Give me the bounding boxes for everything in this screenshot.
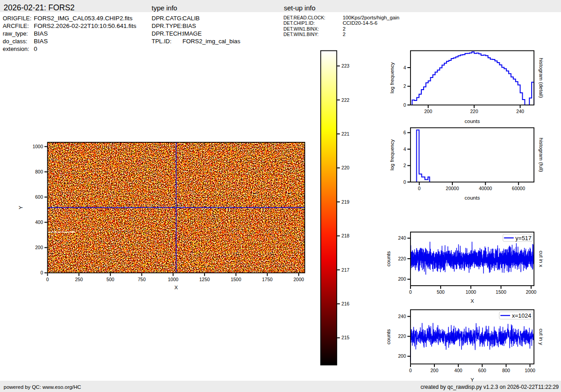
svg-text:extension:: extension:: [3, 46, 29, 52]
svg-text:600: 600: [478, 368, 486, 373]
svg-text:200: 200: [398, 276, 406, 282]
svg-text:powered by QC: www.eso.org/HC: powered by QC: www.eso.org/HC: [4, 384, 81, 390]
svg-text:220: 220: [398, 256, 406, 261]
svg-text:0: 0: [41, 270, 43, 275]
svg-text:CALIB: CALIB: [182, 15, 200, 22]
svg-text:cut in y: cut in y: [538, 328, 544, 345]
svg-text:220: 220: [342, 165, 350, 170]
svg-text:FORS2.2026-02-22T10:10:50.641.: FORS2.2026-02-22T10:10:50.641.fits: [34, 23, 137, 29]
svg-text:DPR.CATG:: DPR.CATG:: [152, 15, 183, 22]
svg-text:2: 2: [342, 32, 345, 37]
svg-text:cut in x: cut in x: [538, 251, 544, 267]
svg-text:BIAS: BIAS: [34, 38, 48, 45]
svg-text:218: 218: [342, 233, 350, 238]
svg-text:DET.WIN1.BINY:: DET.WIN1.BINY:: [283, 32, 319, 37]
svg-text:6: 6: [403, 130, 406, 135]
svg-text:2000: 2000: [293, 277, 304, 282]
svg-text:counts: counts: [465, 195, 480, 201]
svg-text:log frequency: log frequency: [389, 62, 395, 93]
svg-text:200: 200: [424, 109, 433, 114]
svg-text:100Kps/2ports/high_gain: 100Kps/2ports/high_gain: [342, 15, 399, 20]
svg-text:2: 2: [342, 26, 345, 32]
svg-text:created by qc_rawdisp.py v1.2.: created by qc_rawdisp.py v1.2.3 on 2026-…: [420, 384, 559, 390]
svg-text:200: 200: [398, 353, 406, 359]
svg-text:800: 800: [502, 368, 510, 373]
svg-text:60000: 60000: [512, 186, 525, 191]
svg-text:215: 215: [342, 335, 350, 340]
svg-text:4: 4: [403, 65, 406, 70]
svg-text:223: 223: [342, 63, 350, 68]
svg-text:1250: 1250: [199, 277, 210, 282]
svg-text:220: 220: [398, 333, 406, 339]
svg-text:FORS2_img_cal_bias: FORS2_img_cal_bias: [182, 38, 241, 45]
svg-text:600: 600: [35, 194, 43, 200]
svg-text:2000: 2000: [526, 289, 537, 295]
svg-text:0: 0: [403, 102, 406, 108]
svg-text:0: 0: [409, 289, 412, 295]
svg-text:1750: 1750: [262, 277, 273, 282]
svg-text:DET.CHIP1.ID:: DET.CHIP1.ID:: [283, 21, 315, 26]
svg-text:X: X: [470, 298, 474, 304]
svg-text:DET.WIN1.BINX:: DET.WIN1.BINX:: [283, 27, 319, 32]
svg-text:0: 0: [418, 186, 421, 191]
svg-text:0: 0: [46, 277, 49, 282]
svg-text:216: 216: [342, 301, 350, 306]
svg-text:Y: Y: [18, 205, 23, 209]
svg-text:240: 240: [516, 109, 525, 114]
svg-text:2026-02-21: FORS2: 2026-02-21: FORS2: [4, 3, 75, 12]
svg-text:222: 222: [342, 97, 350, 103]
svg-text:200: 200: [430, 368, 438, 373]
svg-text:500: 500: [106, 277, 114, 282]
svg-text:400: 400: [454, 368, 462, 373]
svg-text:log frequency: log frequency: [389, 139, 395, 170]
svg-text:2: 2: [403, 163, 406, 168]
svg-text:type info: type info: [152, 4, 178, 12]
svg-text:1500: 1500: [496, 289, 506, 295]
svg-text:0: 0: [34, 46, 37, 52]
svg-text:219: 219: [342, 199, 350, 205]
svg-text:250: 250: [75, 277, 83, 282]
svg-text:y=517: y=517: [515, 235, 532, 242]
svg-text:TPL.ID:: TPL.ID:: [152, 38, 172, 45]
svg-text:1000: 1000: [465, 289, 476, 295]
svg-text:histogram (full): histogram (full): [538, 138, 544, 172]
svg-text:histogram (detail): histogram (detail): [538, 58, 544, 98]
svg-text:1500: 1500: [231, 277, 242, 282]
svg-text:ORIGFILE:: ORIGFILE:: [3, 15, 32, 22]
svg-text:x=1024: x=1024: [512, 312, 531, 319]
svg-text:CCID20-14-5-6: CCID20-14-5-6: [342, 20, 377, 26]
svg-text:40000: 40000: [479, 186, 492, 191]
svg-text:221: 221: [342, 131, 350, 137]
svg-text:220: 220: [470, 109, 479, 114]
svg-text:DET.READ.CLOCK:: DET.READ.CLOCK:: [283, 15, 325, 20]
svg-text:X: X: [174, 285, 178, 290]
svg-text:BIAS: BIAS: [182, 23, 196, 29]
svg-text:counts: counts: [386, 329, 391, 344]
svg-text:800: 800: [35, 169, 43, 174]
svg-text:1000: 1000: [525, 368, 536, 373]
svg-text:ARCFILE:: ARCFILE:: [3, 23, 29, 29]
svg-text:240: 240: [398, 314, 406, 319]
svg-text:400: 400: [35, 219, 43, 225]
svg-text:Y: Y: [470, 377, 474, 383]
svg-text:FORS2_IMG_CAL053.49.CHIP2.fits: FORS2_IMG_CAL053.49.CHIP2.fits: [34, 15, 132, 22]
svg-text:240: 240: [398, 235, 406, 241]
svg-text:DPR.TECH:: DPR.TECH:: [152, 30, 183, 37]
svg-text:2: 2: [403, 83, 406, 89]
svg-text:0: 0: [409, 368, 412, 373]
svg-text:20000: 20000: [446, 186, 459, 191]
svg-text:IMAGE: IMAGE: [182, 30, 202, 37]
svg-text:counts: counts: [465, 119, 480, 124]
svg-text:BIAS: BIAS: [34, 30, 48, 37]
svg-text:4: 4: [403, 146, 406, 152]
svg-text:0: 0: [403, 179, 406, 185]
svg-text:217: 217: [342, 267, 350, 273]
svg-text:raw_type:: raw_type:: [3, 30, 28, 37]
svg-text:counts: counts: [386, 251, 391, 266]
svg-text:set-up info: set-up info: [284, 4, 315, 12]
svg-text:1000: 1000: [168, 277, 179, 282]
svg-text:200: 200: [35, 245, 43, 250]
svg-text:1000: 1000: [32, 144, 43, 149]
svg-text:750: 750: [138, 277, 146, 282]
svg-text:500: 500: [437, 289, 445, 295]
